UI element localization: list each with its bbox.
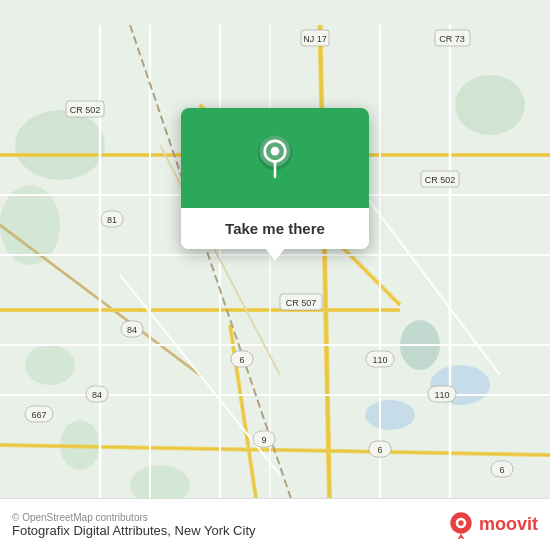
svg-text:84: 84 [92, 390, 102, 400]
svg-point-3 [455, 75, 525, 135]
svg-text:6: 6 [499, 465, 504, 475]
location-info: © OpenStreetMap contributors Fotografix … [12, 512, 256, 538]
popup-tail [265, 248, 285, 261]
svg-text:CR 502: CR 502 [70, 105, 101, 115]
svg-point-75 [458, 520, 463, 525]
svg-text:110: 110 [372, 355, 387, 365]
svg-point-2 [0, 185, 60, 265]
copyright-text: © OpenStreetMap contributors [12, 512, 256, 523]
moovit-icon [447, 511, 475, 539]
svg-point-7 [25, 345, 75, 385]
svg-text:NJ 17: NJ 17 [303, 34, 327, 44]
location-pin-icon [251, 134, 299, 182]
svg-point-1 [15, 110, 105, 180]
svg-text:CR 73: CR 73 [439, 34, 465, 44]
svg-text:6: 6 [377, 445, 382, 455]
svg-text:667: 667 [31, 410, 46, 420]
map-container: NJ 17 CR 73 CR 502 CR 502 81 84 84 667 C… [0, 0, 550, 550]
location-name: Fotografix Digital Attributes, New York … [12, 523, 256, 538]
svg-text:81: 81 [107, 215, 117, 225]
take-me-there-button[interactable]: Take me there [181, 208, 369, 249]
moovit-logo: moovit [447, 511, 538, 539]
svg-text:CR 507: CR 507 [286, 298, 317, 308]
svg-point-6 [365, 400, 415, 430]
map-background: NJ 17 CR 73 CR 502 CR 502 81 84 84 667 C… [0, 0, 550, 550]
svg-text:CR 502: CR 502 [425, 175, 456, 185]
svg-text:9: 9 [261, 435, 266, 445]
popup-header [181, 108, 369, 208]
moovit-text: moovit [479, 514, 538, 535]
svg-point-72 [271, 147, 280, 156]
popup-card: Take me there [181, 108, 369, 249]
svg-text:6: 6 [239, 355, 244, 365]
svg-text:110: 110 [434, 390, 449, 400]
bottom-bar: © OpenStreetMap contributors Fotografix … [0, 498, 550, 550]
svg-text:84: 84 [127, 325, 137, 335]
